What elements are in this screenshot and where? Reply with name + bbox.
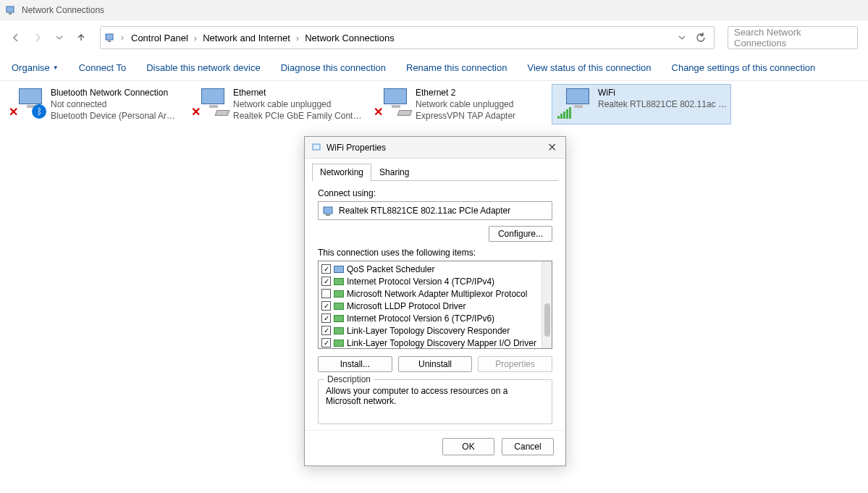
- crumb-control-panel[interactable]: Control Panel: [128, 31, 191, 45]
- forward-button[interactable]: [32, 32, 43, 43]
- ethernet-icon: ✕: [374, 87, 411, 119]
- checkbox-checked[interactable]: ✓: [321, 277, 331, 286]
- signal-bars-icon: [557, 107, 571, 119]
- disable-device-button[interactable]: Disable this network device: [146, 62, 261, 73]
- configure-button[interactable]: Configure...: [489, 226, 552, 242]
- scrollbar-thumb[interactable]: [544, 303, 550, 337]
- organise-menu[interactable]: Organise ▼: [12, 62, 59, 73]
- protocol-icon: [334, 266, 344, 273]
- connection-name: Ethernet: [233, 87, 362, 98]
- svg-rect-1: [9, 13, 12, 14]
- items-label: This connection uses the following items…: [318, 248, 552, 258]
- refresh-button[interactable]: [695, 32, 707, 43]
- ethernet-icon: ✕: [191, 87, 229, 119]
- adapter-display: Realtek RTL8821CE 802.11ac PCIe Adapter: [318, 201, 552, 220]
- protocol-item[interactable]: ✓ Link-Layer Topology Discovery Responde…: [319, 324, 552, 337]
- crumb-network-internet[interactable]: Network and Internet: [200, 31, 293, 45]
- uninstall-button[interactable]: Uninstall: [398, 356, 473, 372]
- connection-item-bluetooth[interactable]: ✕ ᛒ Bluetooth Network Connection Not con…: [4, 84, 184, 125]
- connection-item-wifi[interactable]: WiFi Realtek RTL8821CE 802.11ac PCIe ...: [552, 84, 731, 125]
- chevron-right-icon: ›: [121, 33, 124, 43]
- description-text: Allows your computer to access resources…: [326, 386, 544, 406]
- protocol-label: Internet Protocol Version 4 (TCP/IPv4): [347, 277, 494, 287]
- protocol-items-list[interactable]: ✓ QoS Packet Scheduler ✓ Internet Protoc…: [318, 261, 552, 349]
- tab-networking[interactable]: Networking: [312, 164, 371, 181]
- protocol-label: Microsoft LLDP Protocol Driver: [347, 301, 466, 311]
- ok-button[interactable]: OK: [442, 438, 494, 455]
- svg-rect-5: [324, 207, 332, 214]
- tab-sharing[interactable]: Sharing: [371, 164, 417, 181]
- window-titlebar: Network Connections: [0, 0, 868, 20]
- address-bar[interactable]: › Control Panel › Network and Internet ›…: [100, 26, 715, 49]
- adapter-name: Realtek RTL8821CE 802.11ac PCIe Adapter: [339, 206, 510, 216]
- protocol-icon: [334, 278, 344, 285]
- nav-buttons: [10, 32, 87, 43]
- diagnose-button[interactable]: Diagnose this connection: [281, 62, 386, 73]
- up-button[interactable]: [75, 32, 87, 43]
- protocol-item[interactable]: ✓ Internet Protocol Version 4 (TCP/IPv4): [319, 275, 552, 287]
- description-legend: Description: [324, 374, 374, 384]
- protocol-item[interactable]: ✓ QoS Packet Scheduler: [319, 263, 552, 275]
- command-bar: Organise ▼ Connect To Disable this netwo…: [0, 55, 868, 81]
- connection-status: Network cable unplugged: [416, 98, 544, 110]
- crumb-network-connections[interactable]: Network Connections: [302, 31, 397, 45]
- error-x-icon: ✕: [374, 105, 383, 119]
- connect-to-button[interactable]: Connect To: [79, 62, 127, 73]
- protocol-item[interactable]: ✓ Link-Layer Topology Discovery Mapper I…: [319, 337, 552, 349]
- protocol-icon: [334, 315, 344, 322]
- dialog-titlebar[interactable]: WiFi Properties ✕: [305, 137, 565, 159]
- protocol-item[interactable]: Microsoft Network Adapter Multiplexor Pr…: [319, 287, 552, 300]
- checkbox-unchecked[interactable]: [321, 289, 331, 298]
- view-status-button[interactable]: View status of this connection: [527, 62, 651, 73]
- cable-icon: [397, 110, 413, 116]
- cable-icon: [215, 110, 230, 116]
- back-button[interactable]: [10, 32, 22, 43]
- protocol-icon: [334, 327, 344, 334]
- svg-rect-0: [7, 7, 14, 12]
- connection-name: Ethernet 2: [416, 87, 544, 98]
- wifi-properties-dialog: WiFi Properties ✕ Networking Sharing Con…: [304, 136, 566, 466]
- properties-button[interactable]: Properties: [478, 356, 552, 372]
- search-input[interactable]: Search Network Connections: [728, 26, 858, 49]
- protocol-label: QoS Packet Scheduler: [347, 264, 434, 274]
- protocol-item[interactable]: ✓ Internet Protocol Version 6 (TCP/IPv6): [319, 312, 552, 324]
- recent-dropdown[interactable]: [54, 32, 65, 43]
- cancel-button[interactable]: Cancel: [502, 438, 554, 455]
- search-placeholder: Search Network Connections: [734, 27, 851, 49]
- protocol-icon: [334, 303, 344, 310]
- nav-toolbar: › Control Panel › Network and Internet ›…: [0, 20, 868, 55]
- protocol-icon: [334, 340, 344, 347]
- protocol-item[interactable]: ✓ Microsoft LLDP Protocol Driver: [319, 300, 552, 312]
- svg-rect-3: [108, 41, 111, 42]
- close-button[interactable]: ✕: [544, 140, 560, 154]
- connection-item-ethernet2[interactable]: ✕ Ethernet 2 Network cable unplugged Exp…: [369, 84, 549, 125]
- wifi-icon: [556, 87, 594, 119]
- adapter-icon: [311, 142, 322, 153]
- checkbox-checked[interactable]: ✓: [321, 313, 331, 323]
- adapter-icon: [323, 205, 334, 216]
- protocol-label: Link-Layer Topology Discovery Mapper I/O…: [347, 338, 536, 348]
- connection-item-ethernet[interactable]: ✕ Ethernet Network cable unplugged Realt…: [187, 84, 366, 125]
- chevron-right-icon: ›: [194, 33, 197, 43]
- scrollbar[interactable]: [542, 261, 552, 348]
- checkbox-checked[interactable]: ✓: [321, 301, 331, 311]
- address-dropdown[interactable]: [676, 32, 688, 43]
- rename-button[interactable]: Rename this connection: [406, 62, 507, 73]
- address-icon: [105, 32, 117, 43]
- dialog-tabs: Networking Sharing: [312, 163, 558, 181]
- connection-device: Realtek RTL8821CE 802.11ac PCIe ...: [598, 98, 727, 110]
- connection-name: Bluetooth Network Connection: [51, 87, 180, 98]
- connection-device: ExpressVPN TAP Adapter: [416, 110, 544, 122]
- connection-device: Bluetooth Device (Personal Area ...: [51, 110, 180, 122]
- dialog-title: WiFi Properties: [326, 143, 386, 153]
- svg-rect-4: [313, 144, 320, 150]
- install-button[interactable]: Install...: [318, 356, 392, 372]
- description-group: Description Allows your computer to acce…: [318, 379, 552, 424]
- checkbox-checked[interactable]: ✓: [321, 326, 331, 335]
- checkbox-checked[interactable]: ✓: [321, 338, 331, 347]
- connection-status: Network cable unplugged: [233, 98, 362, 110]
- svg-rect-6: [326, 214, 330, 216]
- change-settings-button[interactable]: Change settings of this connection: [672, 62, 816, 73]
- checkbox-checked[interactable]: ✓: [321, 264, 331, 274]
- connection-device: Realtek PCIe GbE Family Controller: [233, 110, 362, 122]
